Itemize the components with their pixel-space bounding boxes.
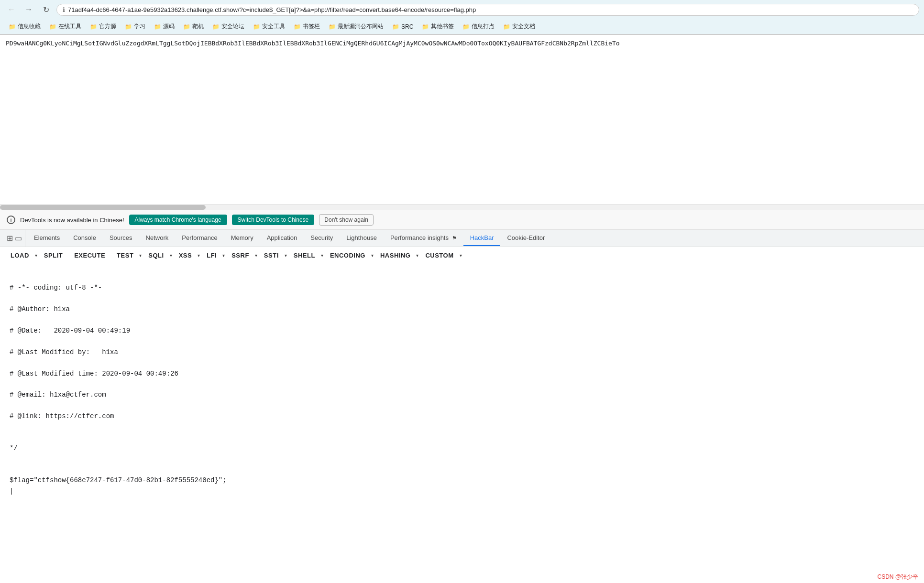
load-button[interactable]: LOAD xyxy=(6,250,34,261)
folder-icon: 📁 xyxy=(422,23,429,30)
bookmark-anquan-wendang[interactable]: 📁 安全文档 xyxy=(499,21,539,32)
shell-button[interactable]: SHELL xyxy=(289,250,320,261)
encoding-button[interactable]: ENCODING xyxy=(325,250,370,261)
page-content-area: PD9waHANCg0KLyoNCiMgLSotIGNvdGluZzogdXRm… xyxy=(0,35,924,51)
tab-performance-insights[interactable]: Performance insights ⚑ xyxy=(384,230,463,246)
bookmark-label: 最新漏洞公布网站 xyxy=(338,22,384,31)
lfi-button[interactable]: LFI xyxy=(202,250,221,261)
forward-button[interactable]: → xyxy=(22,3,35,16)
bookmark-xinxi-dadian[interactable]: 📁 信息打点 xyxy=(459,21,498,32)
address-field[interactable]: ℹ 71adf4a4-dc66-4647-a1ae-9e5932a13623.c… xyxy=(56,4,919,16)
back-button[interactable]: ← xyxy=(5,3,18,16)
folder-icon: 📁 xyxy=(154,23,161,30)
bookmark-xinxi[interactable]: 📁 信息收藏 xyxy=(5,21,44,32)
bookmark-guanfang[interactable]: 📁 官方源 xyxy=(86,21,120,32)
tab-sources[interactable]: Sources xyxy=(103,230,139,246)
bookmark-other[interactable]: 📁 其他书签 xyxy=(418,21,458,32)
shell-arrow: ▾ xyxy=(321,253,323,258)
code-line-6: # @email: h1xa@ctfer.com xyxy=(10,391,106,399)
url-text: 71adf4a4-dc66-4647-a1ae-9e5932a13623.cha… xyxy=(68,6,476,13)
shell-dropdown[interactable]: SHELL ▾ xyxy=(289,250,323,261)
refresh-button[interactable]: ↻ xyxy=(39,3,53,16)
folder-icon: 📁 xyxy=(329,23,336,30)
xss-arrow: ▾ xyxy=(198,253,200,258)
code-line-4: # @Last Modified by: h1xa xyxy=(10,348,118,356)
encoded-text: PD9waHANCg0KLyoNCiMgLSotIGNvdGluZzogdXRm… xyxy=(6,40,620,47)
tab-cookie-editor[interactable]: Cookie-Editor xyxy=(500,230,551,246)
ssrf-dropdown[interactable]: SSRF ▾ xyxy=(227,250,257,261)
custom-dropdown[interactable]: CUSTOM ▾ xyxy=(420,250,462,261)
bookmark-label: 安全工具 xyxy=(262,22,285,31)
hackbar-toolbar: LOAD ▾ SPLIT EXECUTE TEST ▾ SQLI ▾ XSS ▾… xyxy=(0,247,924,264)
load-arrow: ▾ xyxy=(35,253,37,258)
ssrf-button[interactable]: SSRF xyxy=(227,250,254,261)
sqli-dropdown[interactable]: SQLI ▾ xyxy=(143,250,172,261)
lfi-dropdown[interactable]: LFI ▾ xyxy=(202,250,225,261)
tab-memory[interactable]: Memory xyxy=(224,230,260,246)
tab-lighthouse[interactable]: Lighthouse xyxy=(340,230,384,246)
tab-hackbar[interactable]: HackBar xyxy=(463,230,501,246)
bookmark-label: SRC xyxy=(401,23,413,30)
switch-to-chinese-button[interactable]: Switch DevTools to Chinese xyxy=(232,215,315,225)
bookmark-label: 安全论坛 xyxy=(221,22,244,31)
dont-show-again-button[interactable]: Don't show again xyxy=(319,214,374,226)
sqli-button[interactable]: SQLI xyxy=(143,250,168,261)
bookmark-label: 信息打点 xyxy=(472,22,495,31)
test-arrow: ▾ xyxy=(139,253,142,258)
bookmark-zuixin-loudong[interactable]: 📁 最新漏洞公布网站 xyxy=(325,21,387,32)
test-button[interactable]: TEST xyxy=(112,250,138,261)
code-line-11: $flag="ctfshow{668e7247-f617-47d0-82b1-8… xyxy=(10,476,227,484)
tab-performance[interactable]: Performance xyxy=(175,230,224,246)
bookmark-baji[interactable]: 📁 靶机 xyxy=(179,21,208,32)
load-dropdown[interactable]: LOAD ▾ xyxy=(6,250,37,261)
execute-button[interactable]: EXECUTE xyxy=(69,250,110,261)
page-blank-area xyxy=(0,51,924,204)
device-icon[interactable]: ▭ xyxy=(15,234,22,243)
security-icon: ℹ xyxy=(63,6,65,13)
ssti-dropdown[interactable]: SSTI ▾ xyxy=(259,250,287,261)
xss-dropdown[interactable]: XSS ▾ xyxy=(174,250,200,261)
bookmarks-bar: 📁 信息收藏 📁 在线工具 📁 官方源 📁 学习 📁 源码 📁 靶机 📁 安全论… xyxy=(0,19,924,34)
hashing-button[interactable]: HASHING xyxy=(375,250,415,261)
browser-chrome: ← → ↻ ℹ 71adf4a4-dc66-4647-a1ae-9e5932a1… xyxy=(0,0,924,35)
bookmark-shuqian[interactable]: 📁 书签栏 xyxy=(290,21,324,32)
notification-message: DevTools is now available in Chinese! xyxy=(20,216,124,224)
devtools-tabs-bar: ⊞ ▭ Elements Console Sources Network Per… xyxy=(0,230,924,247)
bookmark-xuexi[interactable]: 📁 学习 xyxy=(121,21,149,32)
folder-icon: 📁 xyxy=(503,23,510,30)
bookmark-label: 源码 xyxy=(163,22,175,31)
bookmark-label: 官方源 xyxy=(99,22,116,31)
bookmark-anquan-luntan[interactable]: 📁 安全论坛 xyxy=(209,21,248,32)
code-line-1: # -*- coding: utf-8 -*- xyxy=(10,284,102,292)
split-button[interactable]: SPLIT xyxy=(39,250,67,261)
ssti-button[interactable]: SSTI xyxy=(259,250,284,261)
folder-icon: 📁 xyxy=(212,23,220,30)
folder-icon: 📁 xyxy=(49,23,56,30)
scroll-thumb[interactable] xyxy=(0,205,206,210)
folder-icon: 📁 xyxy=(125,23,132,30)
custom-button[interactable]: CUSTOM xyxy=(420,250,458,261)
devtools-notification-bar: i DevTools is now available in Chinese! … xyxy=(0,210,924,230)
code-line-9: */ xyxy=(10,444,18,452)
bookmark-zaixian[interactable]: 📁 在线工具 xyxy=(45,21,85,32)
folder-icon: 📁 xyxy=(183,23,190,30)
tab-security[interactable]: Security xyxy=(304,230,340,246)
attribution-text: CSDN @张少辛 xyxy=(877,573,918,580)
bookmark-yuanma[interactable]: 📁 源码 xyxy=(150,21,178,32)
elements-icon[interactable]: ⊞ xyxy=(7,234,13,243)
tab-elements[interactable]: Elements xyxy=(27,230,66,246)
xss-button[interactable]: XSS xyxy=(174,250,197,261)
tab-application[interactable]: Application xyxy=(260,230,304,246)
horizontal-scrollbar[interactable] xyxy=(0,204,924,210)
tab-network[interactable]: Network xyxy=(139,230,176,246)
bookmark-src[interactable]: 📁 SRC xyxy=(388,22,417,32)
always-match-language-button[interactable]: Always match Chrome's language xyxy=(129,215,227,225)
encoding-dropdown[interactable]: ENCODING ▾ xyxy=(325,250,374,261)
test-dropdown[interactable]: TEST ▾ xyxy=(112,250,142,261)
bookmark-label: 其他书签 xyxy=(431,22,454,31)
bookmark-anquan-gongju[interactable]: 📁 安全工具 xyxy=(249,21,289,32)
tab-console[interactable]: Console xyxy=(66,230,103,246)
code-line-3: # @Date: 2020-09-04 00:49:19 xyxy=(10,327,130,335)
devtools-icon-area: ⊞ ▭ xyxy=(4,230,25,247)
hashing-dropdown[interactable]: HASHING ▾ xyxy=(375,250,418,261)
